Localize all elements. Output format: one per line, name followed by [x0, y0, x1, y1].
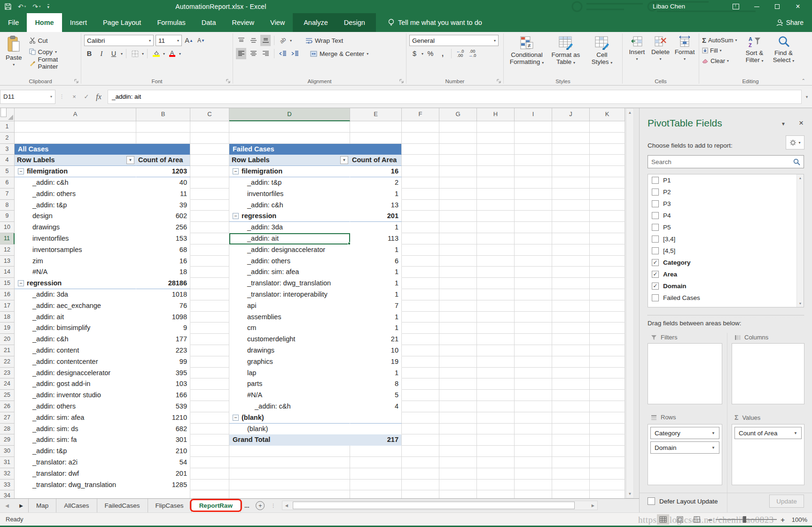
- cell-E1[interactable]: [350, 121, 402, 133]
- cell-B2[interactable]: [136, 133, 190, 144]
- cell-E26[interactable]: 4: [350, 401, 402, 412]
- cell-I10[interactable]: [515, 222, 552, 233]
- tab-home[interactable]: Home: [27, 13, 62, 32]
- cell-B16[interactable]: 1018: [136, 289, 190, 300]
- cell-A7[interactable]: _addin: others: [15, 189, 136, 200]
- cell-H20[interactable]: [477, 334, 515, 345]
- cell-K16[interactable]: [590, 289, 625, 300]
- cell-I30[interactable]: [515, 446, 552, 457]
- cell-I24[interactable]: [515, 378, 552, 390]
- row-header-16[interactable]: 16: [0, 289, 15, 300]
- cell-B29[interactable]: 301: [136, 434, 190, 446]
- cell-K13[interactable]: [590, 256, 625, 267]
- maximize-button[interactable]: [767, 0, 788, 13]
- font-size-combo[interactable]: 11▾: [156, 35, 182, 46]
- fill-button[interactable]: Fill▾: [702, 45, 737, 55]
- cell-J18[interactable]: [552, 312, 590, 323]
- row-header-20[interactable]: 20: [0, 334, 15, 345]
- cell-B24[interactable]: 103: [136, 378, 190, 390]
- sheet-tab-reportraw[interactable]: ReportRaw: [192, 499, 241, 512]
- cell-F16[interactable]: [402, 289, 439, 300]
- cell-B34[interactable]: [136, 490, 190, 498]
- tab-page-layout[interactable]: Page Layout: [95, 13, 149, 32]
- cell-A22[interactable]: _addin: contentcenter: [15, 356, 136, 368]
- cell-E31[interactable]: [350, 457, 402, 468]
- cell-D21[interactable]: drawings: [229, 345, 350, 356]
- tab-formulas[interactable]: Formulas: [149, 13, 193, 32]
- cell-G16[interactable]: [439, 289, 477, 300]
- field-item-p2[interactable]: P2: [648, 186, 804, 198]
- cell-B10[interactable]: 256: [136, 222, 190, 233]
- cell-E17[interactable]: 7: [350, 300, 402, 312]
- cell-K9[interactable]: [590, 211, 625, 222]
- rows-drop-area[interactable]: Category▼Domain▼: [648, 424, 722, 485]
- cell-K2[interactable]: [590, 133, 625, 144]
- cell-J20[interactable]: [552, 334, 590, 345]
- scroll-up-arrow[interactable]: ▲: [626, 109, 633, 117]
- cell-B12[interactable]: 68: [136, 244, 190, 256]
- cell-G1[interactable]: [439, 121, 477, 133]
- column-header-H[interactable]: H: [477, 108, 515, 121]
- cell-G10[interactable]: [439, 222, 477, 233]
- orientation-button[interactable]: ab: [278, 35, 288, 46]
- row-header-27[interactable]: 27: [0, 412, 15, 424]
- cancel-formula-button[interactable]: ×: [68, 90, 80, 104]
- cell-G24[interactable]: [439, 378, 477, 390]
- cell-F10[interactable]: [402, 222, 439, 233]
- cell-A31[interactable]: _translator: a2i: [15, 457, 136, 468]
- cell-J13[interactable]: [552, 256, 590, 267]
- cell-A26[interactable]: _addin: others: [15, 401, 136, 412]
- cell-C3[interactable]: [190, 144, 229, 155]
- cell-D5[interactable]: −filemigration: [229, 166, 350, 177]
- cell-J3[interactable]: [552, 144, 590, 155]
- values-field-count-of-area[interactable]: Count of Area▼: [734, 427, 802, 439]
- cell-K1[interactable]: [590, 121, 625, 133]
- collapse-button[interactable]: −: [233, 168, 239, 174]
- cell-B21[interactable]: 223: [136, 345, 190, 356]
- cell-F11[interactable]: [402, 233, 439, 244]
- cell-G21[interactable]: [439, 345, 477, 356]
- column-header-C[interactable]: C: [190, 108, 229, 121]
- cell-B32[interactable]: 201: [136, 468, 190, 480]
- increase-decimal-button[interactable]: ←.0.00: [455, 48, 465, 59]
- cell-K17[interactable]: [590, 300, 625, 312]
- cell-H2[interactable]: [477, 133, 515, 144]
- cell-F19[interactable]: [402, 322, 439, 334]
- row-header-5[interactable]: 5: [0, 166, 15, 177]
- cell-C13[interactable]: [190, 256, 229, 267]
- cell-J25[interactable]: [552, 390, 590, 401]
- row-header-9[interactable]: 9: [0, 211, 15, 222]
- cell-B33[interactable]: 1285: [136, 480, 190, 491]
- cell-I29[interactable]: [515, 434, 552, 446]
- cell-K10[interactable]: [590, 222, 625, 233]
- cell-J33[interactable]: [552, 480, 590, 491]
- row-header-31[interactable]: 31: [0, 457, 15, 468]
- cell-A19[interactable]: _addin: bimsimplify: [15, 322, 136, 334]
- cell-E13[interactable]: 6: [350, 256, 402, 267]
- increase-font-button[interactable]: A▲: [184, 35, 194, 46]
- cell-A11[interactable]: inventorfiles: [15, 233, 136, 244]
- unchecked-checkbox[interactable]: [652, 247, 659, 254]
- cell-E29[interactable]: 217: [350, 434, 402, 446]
- pane-options-chevron[interactable]: ▼: [781, 121, 786, 126]
- checked-checkbox[interactable]: ✓: [652, 283, 659, 290]
- scroll-right-arrow[interactable]: ▶: [589, 502, 597, 510]
- cell-A12[interactable]: inventorsamples: [15, 244, 136, 256]
- cell-C2[interactable]: [190, 133, 229, 144]
- cell-A2[interactable]: [15, 133, 136, 144]
- horizontal-scroll-thumb[interactable]: [293, 502, 575, 509]
- row-header-29[interactable]: 29: [0, 434, 15, 446]
- formula-input[interactable]: _addin: ait: [108, 90, 802, 104]
- cell-K24[interactable]: [590, 378, 625, 390]
- cell-E24[interactable]: 8: [350, 378, 402, 390]
- column-header-J[interactable]: J: [552, 108, 590, 121]
- cell-D24[interactable]: parts: [229, 378, 350, 390]
- row-header-32[interactable]: 32: [0, 468, 15, 480]
- cell-H11[interactable]: [477, 233, 515, 244]
- cell-G19[interactable]: [439, 322, 477, 334]
- cell-A34[interactable]: [15, 490, 136, 498]
- columns-drop-area[interactable]: [732, 343, 804, 404]
- cell-D10[interactable]: _addin: 3da: [229, 222, 350, 233]
- insert-cells-button[interactable]: Insert ▾: [625, 34, 648, 75]
- new-sheet-button[interactable]: +: [253, 499, 267, 512]
